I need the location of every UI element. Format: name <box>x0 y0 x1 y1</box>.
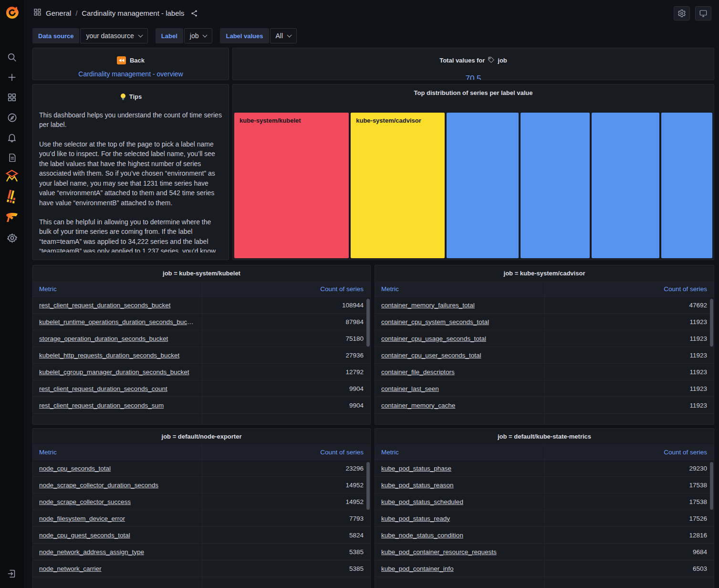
panel-back-title[interactable]: Back <box>33 52 229 68</box>
panel-distribution-title[interactable]: Top distribution of series per label val… <box>233 84 714 101</box>
metric-link[interactable]: kube_pod_status_phase <box>381 465 544 472</box>
panel-total-title[interactable]: Total values for job <box>233 52 714 68</box>
count-of-series-value: 11923 <box>544 352 714 359</box>
column-header-count[interactable]: Count of series <box>544 285 714 293</box>
count-of-series-value: 27936 <box>202 352 371 359</box>
metrics-table: Metric Count of series rest_client_reque… <box>33 281 370 424</box>
panel-table-node-exporter: job = default/node-exporter Metric Count… <box>32 428 371 588</box>
metric-link[interactable]: container_last_seen <box>381 385 544 392</box>
count-of-series-value: 75180 <box>202 335 371 342</box>
panel-tips: Tips This dashboard helps you understand… <box>32 84 229 260</box>
metric-link[interactable]: kube_pod_container_info <box>381 565 544 572</box>
metric-link[interactable]: container_cpu_system_seconds_total <box>381 318 544 326</box>
metric-link[interactable]: node_scrape_collector_success <box>39 498 202 505</box>
search-icon[interactable] <box>0 51 24 64</box>
metric-link[interactable]: rest_client_request_duration_seconds_cou… <box>39 385 202 392</box>
panel-table-title[interactable]: job = default/node-exporter <box>33 429 370 444</box>
metric-link[interactable]: storage_operation_duration_seconds_bucke… <box>39 335 202 342</box>
metric-link[interactable]: rest_client_request_duration_seconds_sum <box>39 402 202 409</box>
add-icon[interactable] <box>0 71 24 84</box>
table-scrollbar[interactable] <box>366 299 370 346</box>
dashboard-settings-button[interactable] <box>674 6 690 21</box>
distribution-bar[interactable]: kube-system/cadvisor <box>351 113 445 258</box>
count-of-series-value: 14952 <box>202 482 371 489</box>
table-scrollbar[interactable] <box>710 462 713 510</box>
count-of-series-value: 87984 <box>202 318 371 326</box>
tips-text: This dashboard helps you understand the … <box>33 105 229 252</box>
dashboards-icon[interactable] <box>0 91 24 104</box>
column-header-count[interactable]: Count of series <box>202 449 371 456</box>
distribution-bar[interactable] <box>592 113 660 258</box>
tag-icon <box>488 56 495 65</box>
distribution-bar[interactable] <box>521 113 590 258</box>
table-scrollbar[interactable] <box>710 299 713 346</box>
metric-link[interactable]: kube_pod_container_resource_requests <box>381 548 544 556</box>
distribution-bar[interactable] <box>661 113 712 258</box>
metric-link[interactable]: kube_pod_status_reason <box>381 482 544 489</box>
back-overview-link[interactable]: Cardinality management - overview <box>33 70 229 78</box>
count-of-series-value: 9904 <box>202 385 371 392</box>
metrics-table: Metric Count of series container_memory_… <box>375 281 714 424</box>
metric-link[interactable]: node_cpu_seconds_total <box>39 465 202 472</box>
loki-logo-icon[interactable] <box>0 190 24 203</box>
column-header-metric[interactable]: Metric <box>375 449 544 456</box>
distribution-bar[interactable]: kube-system/kubelet <box>234 113 349 258</box>
chevron-down-icon <box>203 32 208 37</box>
share-icon[interactable] <box>190 10 198 17</box>
column-header-metric[interactable]: Metric <box>33 285 202 293</box>
grafana-logo[interactable] <box>4 4 20 21</box>
breadcrumb-page-title: Cardinality management - labels <box>82 9 184 17</box>
panel-table-title[interactable]: job = kube-system/cadvisor <box>375 265 714 281</box>
table-scrollbar[interactable] <box>366 462 370 510</box>
metric-link[interactable]: kubelet_runtime_operations_duration_seco… <box>39 318 202 326</box>
metric-link[interactable]: container_memory_cache <box>381 402 544 409</box>
metric-link[interactable]: node_scrape_collector_duration_seconds <box>39 482 202 489</box>
mimir-logo-icon[interactable] <box>0 170 24 183</box>
explore-compass-icon[interactable] <box>0 111 24 124</box>
breadcrumb-section[interactable]: General <box>46 9 71 17</box>
datasource-value: your datasource <box>86 32 134 40</box>
template-variables-toolbar: Data source your datasource Label job La… <box>32 28 297 43</box>
chevron-down-icon <box>138 32 143 37</box>
column-header-metric[interactable]: Metric <box>375 285 544 293</box>
sign-in-icon[interactable] <box>0 567 24 580</box>
panel-tips-title[interactable]: Tips <box>33 89 229 105</box>
metric-link[interactable]: kubelet_cgroup_manager_duration_seconds_… <box>39 368 202 376</box>
metrics-table: Metric Count of series kube_pod_status_p… <box>375 444 714 588</box>
label-values-select[interactable]: All <box>270 28 297 43</box>
count-of-series-value: 11923 <box>544 368 714 376</box>
bar-label: kube-system/kubelet <box>240 117 301 124</box>
count-of-series-value: 47692 <box>544 302 714 309</box>
tempo-logo-icon[interactable] <box>0 210 24 224</box>
panel-table-title[interactable]: job = kube-system/kubelet <box>33 265 370 281</box>
settings-gear-icon[interactable] <box>0 231 24 244</box>
metric-link[interactable]: node_cpu_guest_seconds_total <box>39 532 202 539</box>
metric-link[interactable]: node_network_address_assign_type <box>39 548 202 556</box>
panel-table-cadvisor: job = kube-system/cadvisor Metric Count … <box>375 265 714 425</box>
metric-link[interactable]: kube_pod_status_ready <box>381 515 544 522</box>
metric-link[interactable]: kube_pod_status_scheduled <box>381 498 544 505</box>
column-header-metric[interactable]: Metric <box>33 449 202 456</box>
metric-link[interactable]: container_memory_failures_total <box>381 302 544 309</box>
alerting-bell-icon[interactable] <box>0 131 24 144</box>
bar-label: kube-system/cadvisor <box>356 117 421 124</box>
panel-table-title[interactable]: job = default/kube-state-metrics <box>375 429 714 444</box>
metric-link[interactable]: container_file_descriptors <box>381 368 544 376</box>
metric-link[interactable]: container_cpu_usage_seconds_total <box>381 335 544 342</box>
column-header-count[interactable]: Count of series <box>202 285 371 293</box>
metric-link[interactable]: kubelet_http_requests_duration_seconds_b… <box>39 352 202 359</box>
metric-link[interactable]: rest_client_request_duration_seconds_buc… <box>39 302 202 309</box>
document-icon[interactable] <box>0 151 24 164</box>
count-of-series-value: 17538 <box>544 498 714 505</box>
metric-link[interactable]: node_filesystem_device_error <box>39 515 202 522</box>
grafana-app: General / Cardinality management - label… <box>0 0 719 588</box>
metric-link[interactable]: kube_node_status_condition <box>381 532 544 539</box>
column-header-count[interactable]: Count of series <box>544 449 714 456</box>
kiosk-monitor-button[interactable] <box>695 6 711 21</box>
label-select[interactable]: job <box>184 28 213 43</box>
nav-sidebar <box>0 0 24 588</box>
metric-link[interactable]: container_cpu_user_seconds_total <box>381 352 544 359</box>
distribution-bar[interactable] <box>447 113 519 258</box>
metric-link[interactable]: node_network_carrier <box>39 565 202 572</box>
datasource-select[interactable]: your datasource <box>80 28 147 43</box>
